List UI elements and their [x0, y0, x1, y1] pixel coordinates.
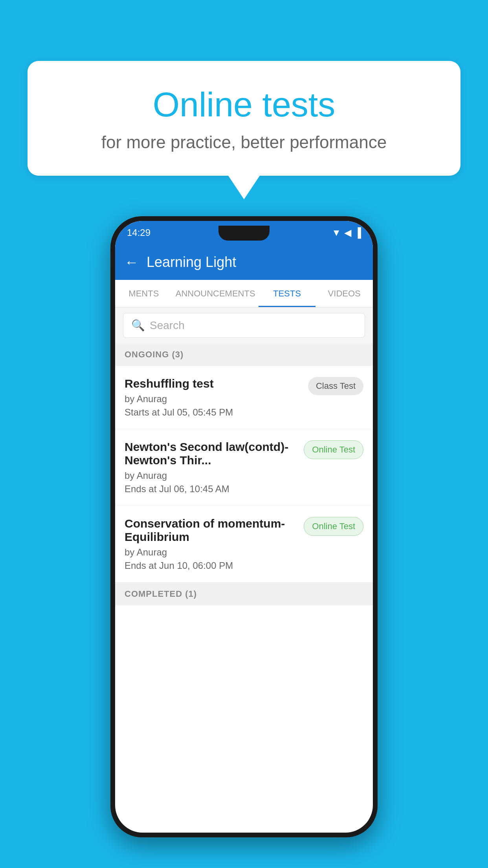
speech-bubble-title: Online tests — [59, 85, 429, 125]
tab-announcements[interactable]: ANNOUNCEMENTS — [172, 280, 259, 307]
test-info-2: Newton's Second law(contd)-Newton's Thir… — [125, 440, 297, 495]
signal-icon: ◀ — [344, 227, 351, 238]
app-bar: ← Learning Light — [115, 245, 373, 280]
test-author-1: by Anurag — [125, 394, 302, 405]
speech-bubble-subtitle: for more practice, better performance — [59, 132, 429, 152]
tabs-container: MENTS ANNOUNCEMENTS TESTS VIDEOS — [115, 280, 373, 307]
back-button[interactable]: ← — [125, 254, 139, 270]
test-item[interactable]: Conservation of momentum-Equilibrium by … — [115, 506, 373, 583]
test-badge-2: Online Test — [304, 440, 363, 459]
test-info-1: Reshuffling test by Anurag Starts at Jul… — [125, 377, 302, 418]
test-item[interactable]: Newton's Second law(contd)-Newton's Thir… — [115, 429, 373, 506]
speech-bubble-arrow — [228, 176, 260, 199]
test-date-2: Ends at Jul 06, 10:45 AM — [125, 484, 297, 495]
wifi-icon: ▼ — [332, 227, 341, 238]
test-info-3: Conservation of momentum-Equilibrium by … — [125, 517, 297, 571]
phone-notch — [218, 226, 270, 241]
speech-bubble: Online tests for more practice, better p… — [28, 61, 460, 176]
test-date-1: Starts at Jul 05, 05:45 PM — [125, 407, 302, 418]
status-time: 14:29 — [127, 227, 150, 238]
test-date-3: Ends at Jun 10, 06:00 PM — [125, 560, 297, 571]
test-list: Reshuffling test by Anurag Starts at Jul… — [115, 366, 373, 583]
completed-section-header: COMPLETED (1) — [115, 583, 373, 605]
phone-container: 14:29 ▼ ◀ ▐ ← Learning Light MENTS ANNOU… — [110, 216, 378, 837]
test-author-3: by Anurag — [125, 547, 297, 558]
ongoing-label: ONGOING (3) — [125, 349, 183, 359]
tab-ments[interactable]: MENTS — [115, 280, 172, 307]
battery-icon: ▐ — [354, 227, 361, 238]
test-name-3: Conservation of momentum-Equilibrium — [125, 517, 297, 544]
test-badge-3: Online Test — [304, 517, 363, 536]
test-item[interactable]: Reshuffling test by Anurag Starts at Jul… — [115, 366, 373, 429]
test-author-2: by Anurag — [125, 470, 297, 481]
phone-screen: 14:29 ▼ ◀ ▐ ← Learning Light MENTS ANNOU… — [115, 221, 373, 833]
status-icons: ▼ ◀ ▐ — [332, 227, 361, 238]
test-badge-1: Class Test — [308, 377, 363, 395]
search-placeholder: Search — [150, 319, 185, 332]
completed-label: COMPLETED (1) — [125, 589, 197, 599]
phone-frame: 14:29 ▼ ◀ ▐ ← Learning Light MENTS ANNOU… — [110, 216, 378, 837]
search-icon: 🔍 — [131, 319, 145, 332]
speech-bubble-container: Online tests for more practice, better p… — [28, 61, 460, 199]
tab-videos[interactable]: VIDEOS — [316, 280, 373, 307]
ongoing-section-header: ONGOING (3) — [115, 343, 373, 366]
test-name-1: Reshuffling test — [125, 377, 302, 390]
test-name-2: Newton's Second law(contd)-Newton's Thir… — [125, 440, 297, 467]
app-title: Learning Light — [147, 254, 236, 270]
tab-tests[interactable]: TESTS — [259, 280, 316, 307]
search-input-container[interactable]: 🔍 Search — [123, 313, 365, 338]
search-bar: 🔍 Search — [115, 307, 373, 343]
